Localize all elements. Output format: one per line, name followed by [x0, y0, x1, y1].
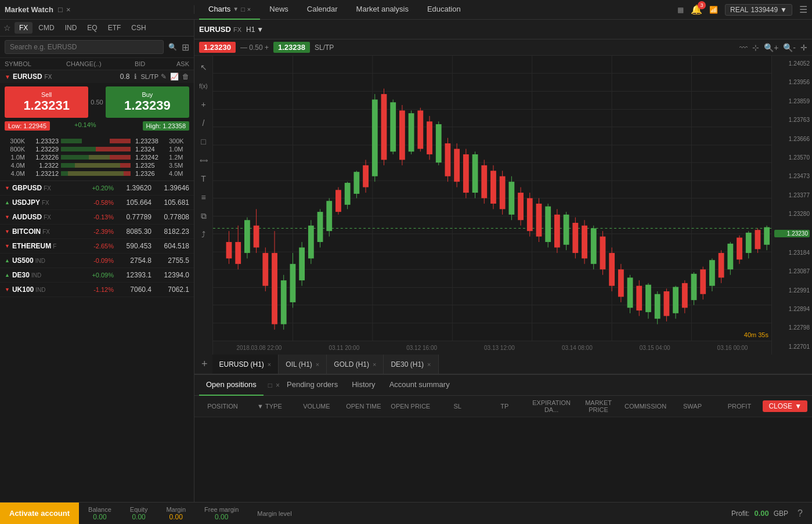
toolbar-text-btn[interactable]: T	[197, 172, 211, 186]
positions-close-icon[interactable]: ×	[276, 381, 280, 389]
symbol-arrow: ▼	[5, 185, 10, 191]
status-items: Balance 0.00 Equity 0.00 Margin 0.00 Fre…	[79, 506, 731, 521]
ob-vol-left-2: 800K	[5, 146, 25, 153]
margin-level-item: Margin level	[257, 510, 291, 517]
close-all-button[interactable]: CLOSE ▼	[763, 400, 807, 412]
tab-charts[interactable]: Charts ▼ □ ×	[199, 0, 260, 20]
eurusd-delete-icon[interactable]: 🗑	[182, 73, 189, 81]
price-label-15: 1.22701	[774, 344, 810, 350]
charts-close-icon[interactable]: ×	[247, 6, 251, 13]
cat-tab-etf[interactable]: ETF	[103, 22, 126, 34]
positions-pin-icon[interactable]: □	[268, 381, 272, 389]
charts-window-icon[interactable]: □	[241, 6, 245, 13]
tab-news[interactable]: News	[260, 0, 298, 20]
eurusd-type: FX	[45, 74, 52, 80]
chart-tab-de30[interactable]: DE30 (H1) ×	[384, 355, 438, 374]
list-item[interactable]: ▼ ETHEREUM F -2.65% 590.453 604.518	[0, 239, 194, 254]
chart-crosshair-icon[interactable]: ✛	[800, 43, 807, 52]
price-label-11: 1.23087	[774, 268, 810, 274]
toolbar-plus-btn[interactable]: +	[197, 97, 211, 111]
toolbar-rect-btn[interactable]: □	[197, 135, 211, 149]
cat-tab-eq[interactable]: EQ	[82, 22, 102, 34]
eurusd-info-icon[interactable]: ℹ	[134, 73, 137, 81]
chart-crosshair-tool[interactable]: ⊹	[752, 43, 759, 52]
svg-rect-130	[709, 260, 715, 286]
buy-button[interactable]: Buy 1.23239	[106, 86, 189, 118]
chart-draw-tool[interactable]: 〰	[739, 43, 748, 52]
tab-calendar[interactable]: Calendar	[298, 0, 347, 20]
activate-account-button[interactable]: Activate account	[0, 503, 79, 524]
search-input[interactable]	[5, 40, 164, 54]
svg-rect-82	[490, 171, 496, 204]
grid-view-icon[interactable]: ⊞	[182, 42, 189, 53]
profit-label: Profit:	[731, 509, 749, 518]
tab-pending-orders[interactable]: Pending orders	[280, 375, 345, 396]
eurusd-symbol[interactable]: EURUSD	[13, 73, 42, 81]
notification-icon[interactable]: 🔔 3	[691, 4, 702, 15]
tab-history[interactable]: History	[345, 375, 382, 396]
chart-tab-oil[interactable]: OIL (H1) ×	[279, 355, 327, 374]
chart-sltp-button[interactable]: SL/TP	[315, 44, 334, 52]
list-item[interactable]: ▼ UK100 IND -1.12% 7060.4 7062.1	[0, 283, 194, 297]
symbol-name: USDJPY	[12, 198, 40, 207]
help-icon[interactable]: ?	[797, 508, 803, 519]
chart-timeframe[interactable]: H1 ▼	[246, 26, 264, 34]
minimize-icon[interactable]: □	[58, 5, 63, 14]
symbol-bid: 7060.4	[114, 286, 151, 294]
toolbar-measure-btn[interactable]: ⟺	[197, 153, 211, 167]
close-icon[interactable]: ×	[66, 5, 71, 14]
favorites-icon[interactable]: ☆	[3, 23, 11, 32]
list-item[interactable]: ▲ DE30 IND +0.09% 12393.1 12394.0	[0, 268, 194, 283]
toolbar-layers-btn[interactable]: ⧉	[197, 209, 211, 223]
chart-tab-gold[interactable]: GOLD (H1) ×	[327, 355, 384, 374]
svg-rect-60	[390, 102, 396, 151]
toolbar-indicators-btn[interactable]: ≡	[197, 190, 211, 204]
chart-zoom-in-icon[interactable]: 🔍+	[764, 43, 778, 52]
toolbar-line-btn[interactable]: /	[197, 116, 211, 130]
ob-row-5: 4.0M 1.23212 1.2326 4.0M	[5, 170, 189, 177]
bottom-tabs: Open positions □ × Pending orders Histor…	[194, 375, 812, 396]
cat-tab-fx[interactable]: FX	[15, 22, 33, 34]
list-item[interactable]: ▲ US500 IND -0.09% 2754.8 2755.5	[0, 254, 194, 268]
list-item[interactable]: ▼ AUDUSD FX -0.13% 0.77789 0.77808	[0, 210, 194, 225]
tab-account-summary[interactable]: Account summary	[382, 375, 457, 396]
ob-price-left-1: 1.23323	[28, 138, 59, 144]
tab-market-analysis[interactable]: Market analysis	[347, 0, 418, 20]
toolbar-share-btn[interactable]: ⤴	[197, 227, 211, 241]
time-label-7: 03.16 00:00	[717, 345, 748, 351]
toolbar-fx-btn[interactable]: f(x)	[197, 79, 211, 93]
chart-tab-oil-close[interactable]: ×	[316, 361, 319, 368]
chart-symbol[interactable]: EURUSD	[199, 25, 231, 34]
eurusd-collapse-arrow[interactable]: ▼	[5, 74, 10, 80]
time-label-2: 03.11 20:00	[329, 345, 359, 351]
chart-tab-eurusd-close[interactable]: ×	[268, 361, 271, 368]
chart-zoom-out-icon[interactable]: 🔍-	[783, 43, 796, 52]
cat-tab-ind[interactable]: IND	[60, 22, 82, 34]
tab-education[interactable]: Education	[418, 0, 470, 20]
account-type-badge[interactable]: REAL 1339449 ▼	[725, 4, 792, 16]
tab-open-positions[interactable]: Open positions	[199, 375, 264, 396]
eurusd-edit-icon[interactable]: ✎	[161, 73, 167, 81]
free-margin-label: Free margin	[204, 506, 239, 513]
list-item[interactable]: ▼ GBPUSD FX +0.20% 1.39620 1.39646	[0, 181, 194, 196]
svg-rect-36	[281, 280, 287, 324]
sell-button[interactable]: Sell 1.23231	[5, 86, 88, 118]
eurusd-chart-icon[interactable]: 📈	[170, 73, 179, 81]
menu-icon[interactable]: ☰	[799, 4, 807, 15]
symbol-bid: 12393.1	[114, 271, 151, 279]
cat-tab-csh[interactable]: CSH	[127, 22, 150, 34]
svg-rect-34	[272, 253, 277, 324]
toolbar-cursor-btn[interactable]: ↖	[197, 60, 211, 74]
list-item[interactable]: ▼ BITCOIN FX -2.39% 8085.30 8182.23	[0, 225, 194, 239]
add-chart-button[interactable]: +	[197, 358, 212, 370]
chart-tab-gold-close[interactable]: ×	[373, 361, 376, 368]
charts-dropdown-icon[interactable]: ▼	[233, 6, 239, 12]
cat-tab-cmd[interactable]: CMD	[34, 22, 59, 34]
search-icon[interactable]: 🔍	[168, 43, 177, 51]
layout-icon[interactable]: ▦	[677, 6, 684, 14]
chart-tab-eurusd[interactable]: EURUSD (H1) ×	[212, 355, 279, 374]
eurusd-sltp-label[interactable]: SL/TP	[140, 73, 158, 80]
list-item[interactable]: ▲ USDJPY FX -0.58% 105.664 105.681	[0, 196, 194, 210]
svg-rect-32	[262, 253, 268, 286]
chart-tab-de30-close[interactable]: ×	[427, 361, 431, 368]
